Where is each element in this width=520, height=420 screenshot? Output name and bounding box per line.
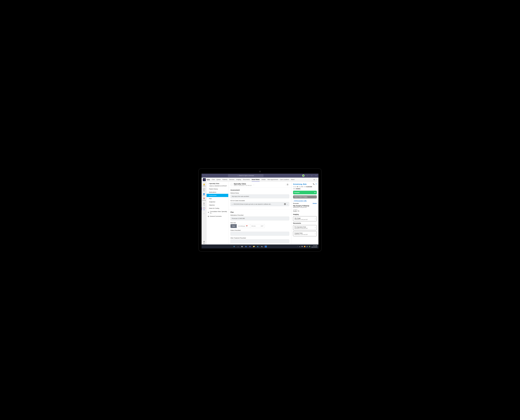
start-button[interactable]: ⊞ (233, 245, 235, 248)
search-icon: ⌕ (238, 175, 238, 176)
encounter-details-link[interactable]: Details (313, 203, 317, 204)
rail-solo[interactable]: Solo (202, 206, 207, 211)
tab-services[interactable]: Services (229, 178, 234, 181)
document-card[interactable]: Surgical Note 06/02/2021 10:25 am EST › (293, 231, 317, 236)
user-avatar[interactable] (302, 174, 304, 177)
sidebar-item-assessment[interactable]: Assessment (207, 194, 228, 197)
more-icon[interactable]: ⋯ (316, 179, 317, 180)
document-icon: 🗎 (208, 211, 209, 213)
patient-name[interactable]: Armstrong, Bob (293, 183, 306, 185)
command-search-input[interactable]: ⌕ Search or type a command (228, 174, 264, 177)
tab-imaging[interactable]: Imaging (236, 178, 241, 181)
teams-button[interactable]: 👥 (264, 245, 267, 248)
teams-rail: 🔔Activity 💬Chat 👥Teams 📅Calendar 🗎Files … (202, 182, 207, 245)
tab-smart-notes[interactable]: Smart Notes (252, 178, 260, 181)
encounter-time: 06/20/2021 4:25 pm EST (293, 207, 317, 208)
maximize-button[interactable]: ▢ (310, 174, 313, 177)
search-imaging-input[interactable]: Search Patient Imaging ⌕ (293, 195, 317, 198)
edge-button[interactable]: ◐ (257, 245, 259, 248)
sidebar-header[interactable]: ⌄ Specialty Clinic (207, 182, 228, 185)
documents-section-title: Documents (293, 222, 317, 224)
keyboard-icon[interactable]: ⌨ (301, 246, 303, 247)
task-view-button[interactable]: ▣ (241, 245, 243, 248)
tray-chevron-icon[interactable]: ⌃ (297, 246, 298, 247)
imaging-card[interactable]: Hip Image 04/03/2021 01:35 pm EST › (293, 216, 317, 221)
other-treatment-label: Other Treatment Prescribed (231, 237, 289, 239)
tab-queue[interactable]: Queue (217, 178, 221, 181)
video-icon: ■• (315, 192, 316, 193)
onedrive-icon[interactable]: ☁ (299, 246, 300, 247)
minimize-button[interactable]: ― (306, 174, 309, 177)
chevron-right-icon: › (315, 227, 315, 228)
imaging-section-title: Imaging (293, 214, 317, 215)
tab-documents[interactable]: Documents (243, 178, 250, 181)
explorer-button[interactable]: 📁 (253, 245, 255, 248)
chevron-left-icon: ‹ (293, 200, 294, 202)
chevron-down-icon[interactable]: ⌄ (287, 203, 288, 205)
now-button[interactable]: Now (231, 224, 237, 228)
taskbar-app[interactable]: ▦ (245, 245, 247, 248)
delete-button[interactable] (286, 183, 289, 186)
solo-app-icon (203, 178, 206, 181)
form-subtitle: Added on 06/20/2021 4:35 PM EST (234, 185, 252, 186)
orders-label: Orders Prescribed (231, 230, 289, 231)
battery-icon[interactable]: 🔋 (309, 246, 310, 247)
popout-icon[interactable]: ⧉ (314, 179, 315, 180)
rail-files[interactable]: 🗎Files (202, 202, 207, 206)
rail-calendar[interactable]: 📅Calendar (202, 197, 207, 202)
sidebar-item-general-comments[interactable]: ▤ General Comments (207, 215, 228, 218)
tab-chat[interactable]: Chat (212, 178, 215, 181)
rail-chat[interactable]: 💬Chat (202, 187, 207, 192)
tab-details[interactable]: Details (262, 178, 266, 181)
rail-store[interactable]: ⊞Store (202, 240, 207, 245)
rail-more[interactable]: ⋯ (202, 211, 207, 216)
ellipsis-icon: ⋯ (203, 213, 205, 215)
taskbar-clock[interactable]: 8:18 AM 03/14/2022 (311, 245, 317, 248)
sidebar-item-patient-history[interactable]: Patient History (207, 187, 228, 191)
plan-title: Plan (231, 211, 289, 213)
nav-back-button[interactable]: ‹ (202, 174, 205, 177)
document-card[interactable]: Pre Operative Note 05/18/2021 02:30 pm E… (293, 225, 317, 230)
other-treatment-input[interactable] (231, 239, 289, 243)
close-button[interactable]: ✕ (315, 174, 318, 177)
nav-forward-button[interactable]: › (205, 174, 208, 177)
encounter-title: Hip Surgery Followup (293, 205, 317, 207)
all-encounters-link[interactable]: ‹ All Encounters (30) (293, 200, 317, 202)
taskbar-search-button[interactable]: ⌕ (237, 245, 239, 248)
patient-panel: Armstrong, Bob 📞 ✉ Gender M Age 73 DOB 0… (291, 182, 318, 245)
tab-about[interactable]: About (291, 178, 295, 181)
store-icon: ⊞ (203, 241, 205, 243)
icd-input[interactable]: ⌕ V53.5XXS Driver of pick-up truck or va… (231, 202, 289, 206)
phone-icon[interactable]: 📞 (313, 183, 315, 185)
sidebar-item-plan[interactable]: Plan (207, 197, 228, 200)
sidebar-item-subjective[interactable]: Subjective (207, 200, 228, 203)
tab-care-locations[interactable]: Care Locations (280, 178, 289, 181)
time-input[interactable]: hh:mm EST (250, 224, 265, 228)
sidebar-item-consultation-note[interactable]: 🗎 Consultation Note: Specialty Cl... (207, 210, 228, 215)
rail-teams[interactable]: 👥Teams (202, 192, 207, 197)
comment-icon: ▤ (208, 216, 209, 217)
email-icon[interactable]: ✉ (316, 183, 317, 185)
tab-new-appointment[interactable]: New Appointment (267, 178, 278, 181)
expand-icon[interactable]: ⌄ (253, 184, 254, 185)
taskbar-app[interactable]: ◉ (249, 245, 251, 248)
sidebar-item-objective[interactable]: Objective (207, 203, 228, 207)
patient-demographics: Gender M Age 73 DOB 01/20/1948 MRN 84405… (293, 186, 317, 189)
encounter-label: Encounter (293, 203, 299, 204)
assessment-title: Assessment (231, 189, 289, 191)
volume-icon[interactable]: 🔊 (306, 246, 308, 247)
tab-patients[interactable]: Patients (222, 178, 227, 181)
clear-icd-button[interactable]: ✕ (284, 203, 286, 205)
rail-activity[interactable]: 🔔Activity (202, 183, 207, 187)
sidebar-item-notes-coding[interactable]: Notes for Coding (207, 207, 228, 210)
date-input[interactable]: mm/dd/yyyy 📅 (237, 224, 250, 228)
med-history-input[interactable]: Hip injury from auto accident (231, 195, 289, 198)
connect-button[interactable]: Connect ■• (293, 191, 317, 194)
store-button[interactable]: 🛍 (261, 245, 263, 248)
collapse-sidebar-button[interactable]: ‹ (231, 183, 233, 186)
meds-prescribed-input[interactable]: Piroxicam 10 MG BID (231, 217, 289, 220)
sidebar-item-medications[interactable]: Medications (207, 191, 228, 194)
wifi-icon[interactable]: 📶 (304, 246, 305, 247)
orders-input[interactable] (231, 232, 289, 236)
bell-icon: 🔔 (203, 183, 205, 185)
